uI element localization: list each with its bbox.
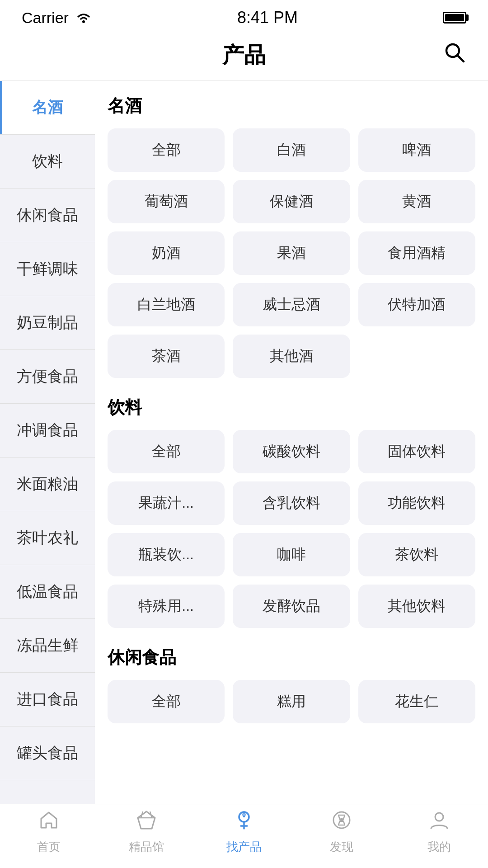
section-title-休闲食品: 休闲食品 [108,646,475,669]
tag-茶酒[interactable]: 茶酒 [108,335,225,378]
sidebar-item-9[interactable]: 低温食品 [0,565,95,619]
tag-果蔬汁[interactable]: 果蔬汁... [108,481,225,525]
page-header: 产品 [0,32,488,81]
sidebar-item-11[interactable]: 进口食品 [0,673,95,726]
status-bar: Carrier 8:41 PM [0,0,488,32]
tab-find-product-label: 找产品 [226,839,262,855]
section-休闲食品: 休闲食品 全部 糕用 花生仁 [108,646,475,723]
tag-啤酒[interactable]: 啤酒 [358,128,475,172]
status-time: 8:41 PM [237,8,298,27]
tag-全部-1[interactable]: 全部 [108,128,225,172]
tag-其他饮料[interactable]: 其他饮料 [358,585,475,628]
sidebar-item-8[interactable]: 茶叶农礼 [0,511,95,565]
tag-白兰地酒[interactable]: 白兰地酒 [108,283,225,326]
tags-grid-名酒: 全部 白酒 啤酒 葡萄酒 保健酒 黄酒 奶酒 果酒 食用酒精 白兰地酒 威士忌酒… [108,128,475,378]
profile-icon [429,810,450,835]
tag-食用酒精[interactable]: 食用酒精 [358,231,475,275]
find-product-icon [234,810,254,835]
sidebar-item-2[interactable]: 休闲食品 [0,189,95,242]
sidebar-item-7[interactable]: 米面粮油 [0,458,95,511]
content-area: 名酒 全部 白酒 啤酒 葡萄酒 保健酒 黄酒 奶酒 果酒 食用酒精 白兰地酒 威… [95,81,488,804]
tab-profile-label: 我的 [427,839,451,855]
sidebar-item-6[interactable]: 冲调食品 [0,404,95,458]
discover-icon [331,810,352,835]
tag-白酒[interactable]: 白酒 [233,128,350,172]
tab-bar: 首页 精品馆 找产品 [0,805,488,868]
tag-全部-3[interactable]: 全部 [108,680,225,723]
tags-grid-饮料: 全部 碳酸饮料 固体饮料 果蔬汁... 含乳饮料 功能饮料 瓶装饮... 咖啡 … [108,430,475,628]
section-饮料: 饮料 全部 碳酸饮料 固体饮料 果蔬汁... 含乳饮料 功能饮料 瓶装饮... … [108,396,475,628]
carrier-label: Carrier [22,9,69,27]
search-button[interactable] [443,41,466,70]
sidebar-item-3[interactable]: 干鲜调味 [0,242,95,296]
status-right [443,12,466,24]
svg-line-2 [457,55,464,61]
tab-premium-label: 精品馆 [129,839,164,855]
tab-discover[interactable]: 发现 [293,810,390,855]
tab-find-product[interactable]: 找产品 [195,810,293,855]
tab-premium[interactable]: 精品馆 [98,810,195,855]
sidebar-item-12[interactable]: 罐头食品 [0,726,95,780]
page-title: 产品 [222,41,266,70]
sidebar-item-4[interactable]: 奶豆制品 [0,296,95,350]
tag-伏特加酒[interactable]: 伏特加酒 [358,283,475,326]
tag-茶饮料[interactable]: 茶饮料 [358,533,475,576]
section-title-名酒: 名酒 [108,94,475,118]
tag-威士忌酒[interactable]: 威士忌酒 [233,283,350,326]
tag-瓶装饮[interactable]: 瓶装饮... [108,533,225,576]
tag-果酒[interactable]: 果酒 [233,231,350,275]
diamond-icon [136,810,157,835]
tab-home[interactable]: 首页 [0,810,98,855]
sidebar-item-5[interactable]: 方便食品 [0,350,95,404]
sidebar-item-10[interactable]: 冻品生鲜 [0,619,95,673]
section-title-饮料: 饮料 [108,396,475,419]
tag-特殊用[interactable]: 特殊用... [108,585,225,628]
tab-home-label: 首页 [37,839,61,855]
tag-奶酒[interactable]: 奶酒 [108,231,225,275]
tag-糕用[interactable]: 糕用 [233,680,350,723]
tab-discover-label: 发现 [330,839,353,855]
svg-point-12 [435,813,443,821]
sidebar-item-0[interactable]: 名酒 [0,81,95,135]
tag-含乳饮料[interactable]: 含乳饮料 [233,481,350,525]
home-icon [38,810,59,835]
section-名酒: 名酒 全部 白酒 啤酒 葡萄酒 保健酒 黄酒 奶酒 果酒 食用酒精 白兰地酒 威… [108,94,475,378]
tag-葡萄酒[interactable]: 葡萄酒 [108,180,225,223]
tags-grid-休闲食品: 全部 糕用 花生仁 [108,680,475,723]
wifi-icon [75,11,92,24]
tag-发酵饮品[interactable]: 发酵饮品 [233,585,350,628]
tag-全部-2[interactable]: 全部 [108,430,225,473]
tag-黄酒[interactable]: 黄酒 [358,180,475,223]
tag-花生仁[interactable]: 花生仁 [358,680,475,723]
tag-咖啡[interactable]: 咖啡 [233,533,350,576]
svg-marker-3 [138,811,155,829]
main-content: 名酒 饮料 休闲食品 干鲜调味 奶豆制品 方便食品 冲调食品 米面粮油 茶叶农礼… [0,81,488,804]
tag-碳酸饮料[interactable]: 碳酸饮料 [233,430,350,473]
tab-profile[interactable]: 我的 [390,810,488,855]
tag-功能饮料[interactable]: 功能饮料 [358,481,475,525]
tag-保健酒[interactable]: 保健酒 [233,180,350,223]
status-left: Carrier [22,9,92,27]
battery-icon [443,12,466,24]
svg-point-0 [82,20,85,23]
tag-其他酒[interactable]: 其他酒 [233,335,350,378]
tag-固体饮料[interactable]: 固体饮料 [358,430,475,473]
sidebar-item-1[interactable]: 饮料 [0,135,95,189]
category-sidebar: 名酒 饮料 休闲食品 干鲜调味 奶豆制品 方便食品 冲调食品 米面粮油 茶叶农礼… [0,81,95,804]
